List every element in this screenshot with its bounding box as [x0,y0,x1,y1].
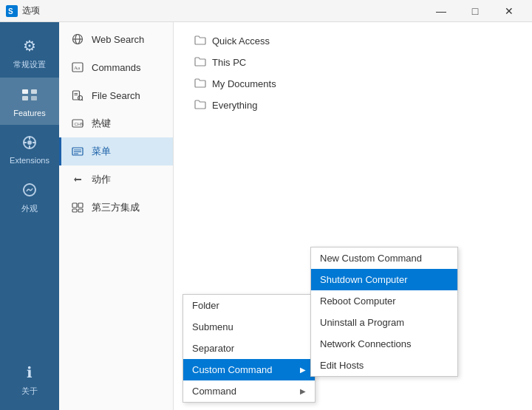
sidebar-label-extensions: Extensions [10,156,50,165]
svg-rect-31 [72,209,77,212]
titlebar-controls: — □ ✕ [424,0,526,22]
close-button[interactable]: ✕ [492,0,526,22]
hotkeys-icon: CHN [71,117,84,130]
menu-icon [71,145,84,158]
nav-label-hotkeys: 热键 [92,117,111,130]
nav-label-actions: 动作 [92,173,111,186]
sidebar-narrow: ⚙ 常规设置 Features [0,22,59,410]
folder-list: Quick Access This PC My Documents [188,31,517,115]
menu-item-submenu[interactable]: Submenu [183,316,315,338]
menu-item-shutdown-computer[interactable]: Shutdown Computer [311,269,457,290]
minimize-button[interactable]: — [424,0,458,22]
menu-label-shutdown-computer: Shutdown Computer [320,274,408,285]
chevron-right-icon-command: ▶ [300,387,306,395]
info-icon: ℹ [19,362,40,383]
sidebar-item-features[interactable]: Features [0,78,59,125]
appearance-icon [19,180,40,200]
svg-line-20 [82,100,83,101]
titlebar: S 选项 — □ ✕ [0,0,532,22]
nav-item-websearch[interactable]: Web Search [59,25,173,53]
menu-label-reboot-computer: Reboot Computer [320,295,396,307]
nav-item-hotkeys[interactable]: CHN 热键 [59,109,173,137]
sidebar-label-appearance: 外观 [21,203,38,214]
menu-item-command[interactable]: Command ▶ [183,380,315,402]
main-content: Quick Access This PC My Documents [174,22,532,410]
svg-rect-29 [72,203,77,208]
menu-item-new-custom-command[interactable]: New Custom Command [311,247,457,269]
globe-icon [71,33,84,46]
sidebar-item-about[interactable]: ℹ 关于 [0,355,59,404]
app-body: ⚙ 常规设置 Features [0,22,532,410]
menu-label-submenu: Submenu [192,321,233,332]
sidebar-label-about: 关于 [21,386,38,397]
folder-label-everything: Everything [212,100,257,111]
chevron-right-icon-custom: ▶ [300,366,306,374]
nav-item-commands[interactable]: Aa Commands [59,53,173,81]
menu-item-separator[interactable]: Separator [183,338,315,359]
svg-text:CHN: CHN [75,122,84,126]
sidebar-item-appearance[interactable]: 外观 [0,172,59,222]
folder-item-thispc[interactable]: This PC [188,52,517,72]
menu-label-separator: Separator [192,343,234,354]
titlebar-left: S 选项 [6,4,40,17]
svg-text:Aa: Aa [74,65,81,71]
actions-icon [71,173,84,186]
nav-label-filesearch: File Search [92,90,140,101]
menu-label-folder: Folder [192,300,219,311]
gear-icon: ⚙ [19,35,40,56]
nav-label-websearch: Web Search [92,34,144,45]
folder-label-mydocuments: My Documents [212,78,276,89]
features-icon [19,85,40,106]
nav-item-actions[interactable]: 动作 [59,165,173,194]
nav-list: Web Search Aa Commands File [59,22,174,410]
folder-icon-quickaccess [194,35,206,47]
sidebar-label-features: Features [13,109,45,117]
thirdparty-icon [71,201,84,214]
menu-label-new-custom-command: New Custom Command [320,253,422,264]
folder-item-quickaccess[interactable]: Quick Access [188,31,517,51]
folder-icon-thispc [194,56,206,69]
features-svg [21,86,38,104]
nav-label-menu: 菜单 [92,145,111,158]
menu-item-uninstall-program[interactable]: Uninstall a Program [311,312,457,333]
maximize-button[interactable]: □ [458,0,492,22]
menu-item-custom-command[interactable]: Custom Command ▶ [183,359,315,380]
menu-item-network-connections[interactable]: Network Connections [311,333,457,355]
sidebar-item-extensions[interactable]: Extensions [0,125,59,172]
primary-context-menu: Folder Submenu Separator Custom Command … [183,294,316,403]
svg-rect-2 [22,89,28,94]
menu-label-command: Command [192,386,236,397]
svg-text:S: S [8,7,13,16]
folder-icon-mydocuments [194,78,206,90]
secondary-context-menu: New Custom Command Shutdown Computer Reb… [310,247,458,377]
nav-item-filesearch[interactable]: File Search [59,81,173,109]
menu-label-custom-command: Custom Command [192,364,272,375]
commands-icon: Aa [71,61,84,74]
svg-rect-30 [78,203,83,208]
sidebar-item-general[interactable]: ⚙ 常规设置 [0,28,59,78]
titlebar-title: 选项 [22,4,40,17]
menu-item-edit-hosts[interactable]: Edit Hosts [311,355,457,376]
sidebar-label-general: 常规设置 [13,59,46,70]
extensions-icon [19,132,40,153]
nav-label-thirdparty: 第三方集成 [92,201,140,214]
menu-item-folder[interactable]: Folder [183,295,315,316]
menu-label-edit-hosts: Edit Hosts [320,360,364,371]
folder-icon-everything [194,99,206,112]
nav-label-commands: Commands [92,62,140,73]
svg-rect-5 [31,96,37,100]
folder-label-quickaccess: Quick Access [212,35,270,47]
svg-point-7 [27,140,32,145]
svg-rect-4 [31,89,37,94]
menu-item-reboot-computer[interactable]: Reboot Computer [311,290,457,312]
svg-rect-32 [78,209,83,212]
menu-label-network-connections: Network Connections [320,338,412,349]
extensions-svg [21,134,38,151]
svg-rect-3 [22,96,28,100]
appearance-svg [21,181,38,199]
folder-item-mydocuments[interactable]: My Documents [188,74,517,94]
folder-item-everything[interactable]: Everything [188,95,517,115]
nav-item-menu[interactable]: 菜单 [59,137,173,165]
nav-item-thirdparty[interactable]: 第三方集成 [59,194,173,222]
app-icon: S [6,5,18,17]
